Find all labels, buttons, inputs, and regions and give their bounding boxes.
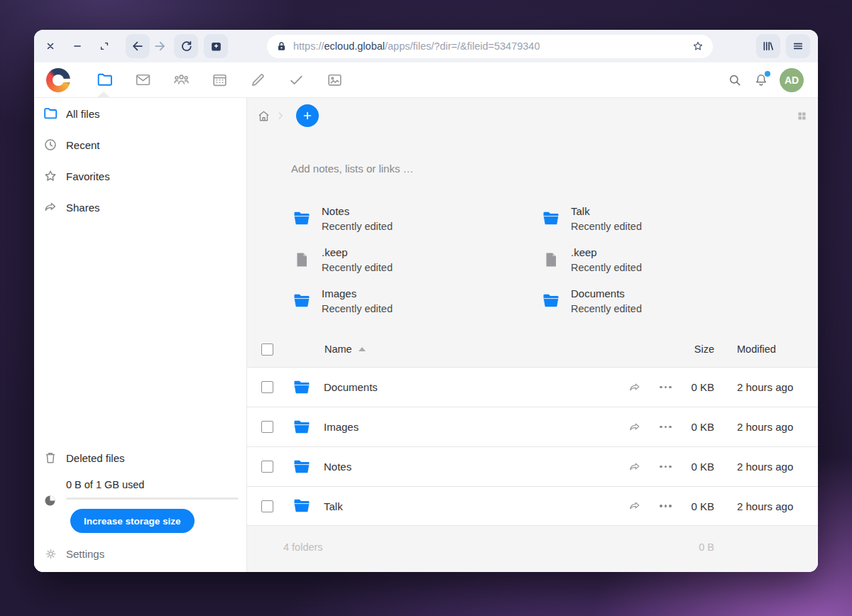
share-icon (42, 199, 59, 216)
recommended-file-subtitle: Recently edited (322, 219, 393, 233)
folder-icon (540, 290, 562, 312)
add-new-button[interactable] (296, 104, 319, 127)
breadcrumb (247, 98, 818, 132)
recommended-file-subtitle: Recently edited (322, 260, 393, 275)
sidebar-item-shares[interactable]: Shares (34, 192, 246, 223)
table-row[interactable]: Talk 0 KB 2 hours ago (247, 486, 818, 526)
browser-window: https://ecloud.global/apps/files/?dir=/&… (34, 30, 818, 572)
notifications-button[interactable] (753, 72, 769, 88)
app-nav-photos[interactable] (320, 66, 349, 94)
window-maximize-button[interactable] (96, 38, 113, 55)
file-size: 0 KB (682, 381, 725, 393)
recommended-file-name: Notes (322, 203, 393, 219)
share-icon[interactable] (621, 380, 649, 395)
column-header-size[interactable]: Size (682, 343, 725, 355)
row-checkbox[interactable] (261, 421, 273, 433)
close-icon (45, 41, 55, 51)
search-button[interactable] (727, 72, 743, 88)
actions-menu-button[interactable] (649, 466, 682, 468)
file-name: Images (324, 421, 359, 433)
recommended-file-subtitle: Recently edited (571, 219, 642, 233)
sidebar-item-label: Shares (66, 202, 100, 214)
recommended-file-name: Talk (571, 203, 642, 219)
app-nav-notes[interactable] (244, 66, 272, 94)
total-size: 0 B (699, 541, 714, 572)
column-header-modified[interactable]: Modified (725, 343, 818, 355)
address-bar[interactable]: https://ecloud.global/apps/files/?dir=/&… (267, 35, 713, 58)
sidebar-item-all-files[interactable]: All files (34, 98, 246, 129)
file-name: Talk (324, 500, 343, 512)
grid-view-toggle[interactable] (797, 111, 807, 121)
actions-menu-button[interactable] (649, 505, 682, 507)
mail-icon (134, 71, 152, 89)
table-row[interactable]: Documents 0 KB 2 hours ago (247, 367, 818, 407)
calendar-icon (211, 71, 229, 89)
window-close-button[interactable] (42, 38, 59, 55)
breadcrumb-home-button[interactable] (256, 109, 271, 123)
clock-icon (42, 136, 59, 153)
app-nav-mail[interactable] (129, 66, 157, 94)
recommended-file-card[interactable]: Images Recently edited (291, 285, 540, 316)
workspace-input[interactable]: Add notes, lists or links … (291, 162, 818, 176)
actions-menu-button[interactable] (649, 426, 682, 429)
avatar[interactable]: AD (780, 68, 804, 92)
sidebar-item-favorites[interactable]: Favorites (34, 160, 246, 192)
menu-button[interactable] (786, 34, 810, 58)
actions-menu-button[interactable] (649, 386, 682, 389)
file-icon (540, 249, 562, 270)
file-list-header: Name Size Modified (247, 331, 818, 367)
back-button[interactable] (126, 34, 150, 58)
recommended-file-subtitle: Recently edited (571, 260, 642, 275)
sidebar-item-label: Favorites (66, 170, 110, 182)
app-nav-contacts[interactable] (167, 66, 195, 94)
bookmark-star-icon[interactable] (692, 40, 704, 53)
app-nav-calendar[interactable] (205, 66, 234, 94)
header-right: AD (727, 68, 818, 92)
select-all-checkbox[interactable] (261, 343, 273, 356)
forward-button[interactable] (151, 38, 168, 55)
active-app-caret (97, 92, 110, 97)
sort-ascending-icon (359, 347, 366, 351)
new-tab-button[interactable] (204, 34, 228, 58)
quota-text: 0 B of 1 GB used (66, 479, 236, 490)
recommended-file-card[interactable]: .keep Recently edited (291, 244, 540, 275)
library-button[interactable] (756, 34, 780, 58)
recommended-file-card[interactable]: Notes Recently edited (291, 203, 540, 233)
row-checkbox[interactable] (261, 461, 273, 473)
recommended-file-card[interactable]: Documents Recently edited (540, 285, 790, 316)
sidebar-bottom: Deleted files 0 B of 1 GB used Increase … (34, 442, 246, 572)
share-icon[interactable] (621, 499, 649, 513)
folder-count: 4 folders (283, 541, 323, 572)
share-icon[interactable] (621, 420, 649, 434)
reload-icon (180, 40, 193, 53)
chevron-right-icon (275, 110, 286, 121)
table-row[interactable]: Notes 0 KB 2 hours ago (247, 446, 818, 486)
reload-button[interactable] (174, 34, 198, 58)
increase-storage-button[interactable]: Increase storage size (70, 509, 195, 533)
row-checkbox[interactable] (261, 381, 273, 393)
row-checkbox[interactable] (261, 500, 273, 512)
folder-icon (292, 457, 312, 477)
sidebar-item-deleted-files[interactable]: Deleted files (34, 442, 246, 473)
url-domain: ecloud.global (324, 40, 385, 52)
app-nav-files[interactable] (90, 66, 119, 94)
folder-icon (96, 71, 114, 89)
share-icon[interactable] (621, 460, 649, 474)
folder-icon (292, 378, 312, 397)
column-header-name[interactable]: Name (324, 343, 621, 355)
table-row[interactable]: Images 0 KB 2 hours ago (247, 407, 818, 446)
pie-chart-icon (43, 493, 58, 508)
ecloud-logo[interactable] (46, 68, 70, 92)
sidebar-item-recent[interactable]: Recent (34, 129, 246, 160)
recommended-file-name: Images (322, 285, 393, 302)
folder-icon (291, 290, 312, 312)
window-minimize-button[interactable] (69, 38, 86, 55)
star-icon (42, 167, 59, 185)
app-nav-tasks[interactable] (282, 66, 310, 94)
sidebar-item-label: Recent (66, 139, 100, 151)
files-main: Add notes, lists or links … Notes Recent… (247, 98, 818, 572)
url-path: /apps/files/?dir=/&fileid=53479340 (385, 40, 540, 52)
recommended-file-card[interactable]: Talk Recently edited (540, 203, 790, 233)
recommended-file-card[interactable]: .keep Recently edited (540, 244, 790, 275)
sidebar-item-settings[interactable]: Settings (34, 538, 246, 569)
